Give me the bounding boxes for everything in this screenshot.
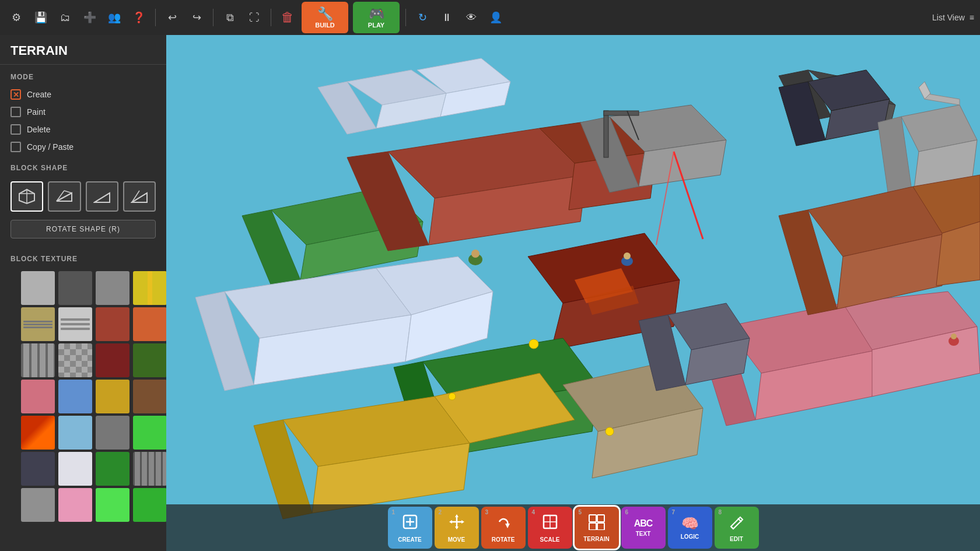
scale-button[interactable]: 4 SCALE (528, 507, 572, 549)
edit-button[interactable]: 8 EDIT (715, 507, 759, 549)
mode-paint-label: Paint (27, 107, 46, 117)
create-button[interactable]: 1 CREATE (388, 507, 432, 549)
svg-line-5 (64, 191, 72, 193)
rotate-icon (495, 513, 512, 535)
svg-rect-83 (604, 111, 639, 115)
texture-gravel[interactable] (96, 416, 130, 450)
svg-rect-82 (604, 111, 608, 157)
texture-tile[interactable] (58, 343, 92, 377)
texture-stone[interactable] (21, 488, 55, 522)
mode-create-label: Create (27, 90, 51, 99)
profile-icon[interactable]: 👤 (485, 7, 506, 28)
shape-wedge-button[interactable] (48, 181, 80, 212)
texture-bright-green2[interactable] (96, 488, 130, 522)
delete-icon[interactable]: 🗑 (277, 7, 298, 28)
separator (213, 9, 214, 26)
mode-delete[interactable]: Delete (0, 121, 166, 138)
svg-point-77 (471, 250, 480, 258)
texture-grid (10, 268, 166, 525)
eye-icon[interactable]: 👁 (461, 7, 482, 28)
texture-gray-dark[interactable] (58, 271, 92, 305)
edit-num: 8 (719, 509, 722, 515)
terrain-icon (588, 514, 606, 534)
scene-svg (166, 35, 980, 551)
texture-pink[interactable] (21, 380, 55, 413)
terrain-button[interactable]: 5 TERRAIN (575, 507, 619, 549)
texture-fence[interactable] (21, 343, 55, 377)
texture-red-brown[interactable] (96, 307, 130, 341)
texture-fence2[interactable] (133, 452, 166, 486)
svg-point-75 (449, 393, 456, 400)
texture-lava[interactable] (21, 416, 55, 450)
texture-scroll-container (0, 268, 166, 528)
texture-dark-green[interactable] (133, 343, 166, 377)
svg-marker-92 (449, 520, 452, 524)
move-icon (448, 513, 466, 535)
texture-blue-ice[interactable] (58, 380, 92, 413)
bottom-toolbar: 1 CREATE 2 MOVE 3 (166, 504, 980, 551)
play-icon: 🎮 (369, 6, 384, 22)
save-icon[interactable]: 💾 (30, 7, 51, 28)
texture-gray-light[interactable] (21, 271, 55, 305)
play-button[interactable]: 🎮 PLAY (353, 2, 400, 33)
logic-button[interactable]: 7 🧠 LOGIC (668, 507, 712, 549)
play-label: PLAY (368, 22, 384, 29)
svg-point-79 (624, 252, 631, 259)
texture-green-med[interactable] (133, 488, 166, 522)
users-icon[interactable]: 👥 (104, 7, 125, 28)
logic-num: 7 (672, 509, 676, 515)
svg-point-73 (529, 339, 538, 349)
mode-copy-paste[interactable]: Copy / Paste (0, 138, 166, 156)
mode-paint[interactable]: Paint (0, 103, 166, 121)
refresh-icon[interactable]: ↻ (412, 7, 433, 28)
shape-corner-button[interactable] (123, 181, 156, 212)
list-view-label[interactable]: List View ≡ (932, 13, 974, 22)
text-num: 6 (625, 509, 629, 515)
texture-dirt[interactable] (133, 380, 166, 413)
texture-yellow-stripe[interactable] (133, 271, 166, 305)
shape-ramp-button[interactable] (86, 181, 118, 212)
texture-gray-med[interactable] (96, 271, 130, 305)
create-icon (401, 513, 419, 535)
texture-scroll[interactable] (21, 307, 55, 341)
texture-bright-green[interactable] (133, 416, 166, 450)
svg-rect-101 (597, 523, 604, 530)
copy-icon[interactable]: ⧉ (219, 7, 240, 28)
scale-icon (541, 513, 559, 535)
block-shape-label: BLOCK SHAPE (0, 156, 166, 177)
help-icon[interactable]: ❓ (128, 7, 149, 28)
add-icon[interactable]: ➕ (79, 7, 100, 28)
texture-snow[interactable] (58, 452, 92, 486)
expand-icon[interactable]: ⛶ (244, 7, 265, 28)
sidebar: TERRAIN MODE Create Paint Delete Copy / … (0, 35, 166, 551)
svg-line-8 (94, 193, 110, 202)
folder-icon[interactable]: 🗂 (55, 7, 76, 28)
build-label: BUILD (315, 22, 335, 29)
texture-orange[interactable] (133, 307, 166, 341)
texture-ice[interactable] (58, 416, 92, 450)
logic-label: LOGIC (681, 534, 699, 540)
texture-dark-red[interactable] (96, 343, 130, 377)
texture-horizontal-lines[interactable] (58, 307, 92, 341)
texture-dark-stone[interactable] (21, 452, 55, 486)
texture-grass[interactable] (96, 452, 130, 486)
create-label: CREATE (398, 536, 421, 543)
mode-create[interactable]: Create (0, 86, 166, 103)
pause-icon[interactable]: ⏸ (436, 7, 457, 28)
undo-icon[interactable]: ↩ (162, 7, 183, 28)
rotate-num: 3 (485, 509, 489, 515)
settings-icon[interactable]: ⚙ (6, 7, 27, 28)
game-viewport[interactable] (166, 35, 980, 551)
redo-icon[interactable]: ↪ (186, 7, 207, 28)
text-button[interactable]: 6 ABC TEXT (621, 507, 666, 549)
create-num: 1 (392, 509, 396, 515)
svg-line-11 (132, 193, 147, 202)
rotate-shape-button[interactable]: ROTATE SHAPE (R) (10, 220, 156, 238)
build-button[interactable]: 🔧 BUILD (302, 2, 348, 33)
texture-gold[interactable] (96, 380, 130, 413)
rotate-button[interactable]: 3 ROTATE (481, 507, 526, 549)
move-button[interactable]: 2 MOVE (435, 507, 479, 549)
shape-cube-button[interactable] (10, 181, 43, 212)
texture-pink-light[interactable] (58, 488, 92, 522)
mode-delete-checkbox (10, 124, 21, 135)
